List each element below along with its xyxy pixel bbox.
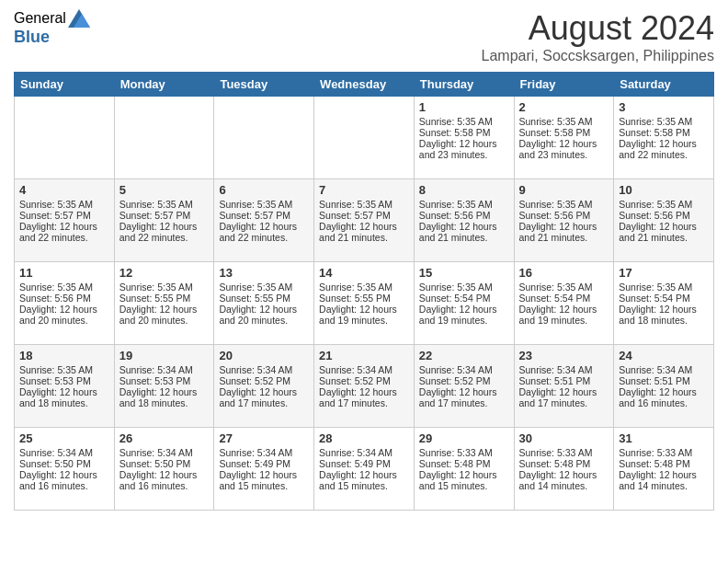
- cell-1-4: 8Sunrise: 5:35 AMSunset: 5:56 PMDaylight…: [414, 179, 514, 262]
- day-info: Daylight: 12 hours: [119, 304, 210, 315]
- day-info: Sunrise: 5:35 AM: [519, 199, 609, 210]
- day-info: Daylight: 12 hours: [319, 386, 409, 397]
- day-info: Sunset: 5:52 PM: [419, 375, 509, 386]
- day-info: and 23 minutes.: [419, 149, 509, 160]
- week-row-3: 18Sunrise: 5:35 AMSunset: 5:53 PMDayligh…: [15, 345, 714, 428]
- cell-3-4: 22Sunrise: 5:34 AMSunset: 5:52 PMDayligh…: [414, 345, 514, 428]
- day-info: Sunset: 5:57 PM: [19, 210, 109, 221]
- day-info: and 20 minutes.: [119, 315, 210, 326]
- cell-2-5: 16Sunrise: 5:35 AMSunset: 5:54 PMDayligh…: [514, 262, 614, 345]
- day-info: Sunrise: 5:33 AM: [419, 447, 509, 458]
- day-info: and 16 minutes.: [19, 480, 109, 491]
- day-info: Sunset: 5:55 PM: [319, 293, 409, 304]
- cell-1-2: 6Sunrise: 5:35 AMSunset: 5:57 PMDaylight…: [214, 179, 314, 262]
- day-info: and 17 minutes.: [219, 397, 309, 408]
- day-info: Sunset: 5:54 PM: [519, 293, 609, 304]
- logo-general: General: [14, 10, 66, 27]
- day-info: Sunrise: 5:33 AM: [519, 447, 609, 458]
- day-info: and 21 minutes.: [619, 232, 709, 243]
- cell-2-4: 15Sunrise: 5:35 AMSunset: 5:54 PMDayligh…: [414, 262, 514, 345]
- cell-2-2: 13Sunrise: 5:35 AMSunset: 5:55 PMDayligh…: [214, 262, 314, 345]
- day-info: Sunrise: 5:34 AM: [119, 364, 210, 375]
- day-info: and 19 minutes.: [519, 315, 609, 326]
- day-info: Sunset: 5:50 PM: [119, 458, 210, 469]
- day-info: Sunrise: 5:34 AM: [319, 447, 409, 458]
- cell-0-2: [214, 97, 314, 179]
- day-number: 12: [119, 266, 210, 280]
- day-info: Sunset: 5:56 PM: [519, 210, 609, 221]
- day-info: Sunset: 5:58 PM: [419, 127, 509, 138]
- day-info: Sunset: 5:50 PM: [19, 458, 109, 469]
- cell-3-5: 23Sunrise: 5:34 AMSunset: 5:51 PMDayligh…: [514, 345, 614, 428]
- day-info: Sunset: 5:48 PM: [419, 458, 509, 469]
- day-info: and 18 minutes.: [19, 397, 109, 408]
- cell-0-0: [15, 97, 115, 179]
- day-info: Daylight: 12 hours: [19, 221, 109, 232]
- day-info: and 17 minutes.: [319, 397, 409, 408]
- day-header-sunday: Sunday: [15, 73, 115, 97]
- location: Lampari, Soccsksargen, Philippines: [482, 48, 714, 64]
- cell-0-6: 3Sunrise: 5:35 AMSunset: 5:58 PMDaylight…: [614, 97, 714, 179]
- day-info: Daylight: 12 hours: [19, 469, 109, 480]
- day-number: 21: [319, 349, 409, 362]
- week-row-4: 25Sunrise: 5:34 AMSunset: 5:50 PMDayligh…: [15, 428, 714, 511]
- calendar-table: SundayMondayTuesdayWednesdayThursdayFrid…: [14, 72, 714, 511]
- day-info: Daylight: 12 hours: [219, 304, 309, 315]
- day-info: Daylight: 12 hours: [419, 386, 509, 397]
- day-info: Daylight: 12 hours: [619, 138, 709, 149]
- day-info: Sunrise: 5:34 AM: [19, 447, 109, 458]
- day-info: Daylight: 12 hours: [519, 469, 609, 480]
- day-info: Daylight: 12 hours: [119, 221, 210, 232]
- day-number: 25: [19, 431, 109, 445]
- day-number: 4: [19, 183, 109, 197]
- day-number: 27: [219, 431, 309, 445]
- day-info: Daylight: 12 hours: [519, 386, 609, 397]
- cell-4-5: 30Sunrise: 5:33 AMSunset: 5:48 PMDayligh…: [514, 428, 614, 511]
- cell-0-5: 2Sunrise: 5:35 AMSunset: 5:58 PMDaylight…: [514, 97, 614, 179]
- cell-4-3: 28Sunrise: 5:34 AMSunset: 5:49 PMDayligh…: [314, 428, 415, 511]
- day-number: 15: [419, 266, 509, 280]
- day-header-tuesday: Tuesday: [214, 73, 314, 97]
- day-info: and 14 minutes.: [519, 480, 609, 491]
- cell-0-4: 1Sunrise: 5:35 AMSunset: 5:58 PMDaylight…: [414, 97, 514, 179]
- cell-4-6: 31Sunrise: 5:33 AMSunset: 5:48 PMDayligh…: [614, 428, 714, 511]
- day-info: Sunset: 5:56 PM: [19, 293, 109, 304]
- day-info: Sunrise: 5:34 AM: [519, 364, 609, 375]
- cell-4-2: 27Sunrise: 5:34 AMSunset: 5:49 PMDayligh…: [214, 428, 314, 511]
- day-number: 24: [619, 349, 709, 362]
- day-info: Daylight: 12 hours: [619, 386, 709, 397]
- day-header-monday: Monday: [114, 73, 214, 97]
- day-info: Sunrise: 5:35 AM: [619, 116, 709, 127]
- day-number: 5: [119, 183, 210, 197]
- day-number: 8: [419, 183, 509, 197]
- day-info: Sunrise: 5:35 AM: [19, 282, 109, 293]
- day-info: and 14 minutes.: [619, 480, 709, 491]
- day-info: Sunrise: 5:35 AM: [519, 116, 609, 127]
- cell-3-2: 20Sunrise: 5:34 AMSunset: 5:52 PMDayligh…: [214, 345, 314, 428]
- day-info: Daylight: 12 hours: [219, 469, 309, 480]
- day-info: and 21 minutes.: [319, 232, 409, 243]
- day-info: and 17 minutes.: [519, 397, 609, 408]
- day-info: Sunset: 5:48 PM: [519, 458, 609, 469]
- day-info: Sunrise: 5:35 AM: [419, 116, 509, 127]
- cell-1-3: 7Sunrise: 5:35 AMSunset: 5:57 PMDaylight…: [314, 179, 415, 262]
- day-info: Sunset: 5:52 PM: [319, 375, 409, 386]
- day-info: and 22 minutes.: [619, 149, 709, 160]
- cell-4-0: 25Sunrise: 5:34 AMSunset: 5:50 PMDayligh…: [15, 428, 115, 511]
- day-info: Sunset: 5:58 PM: [519, 127, 609, 138]
- day-info: and 15 minutes.: [319, 480, 409, 491]
- day-info: Daylight: 12 hours: [519, 304, 609, 315]
- title-area: August 2024 Lampari, Soccsksargen, Phili…: [482, 9, 714, 64]
- day-info: Sunrise: 5:35 AM: [419, 282, 509, 293]
- day-number: 2: [519, 100, 609, 114]
- day-number: 23: [519, 349, 609, 362]
- day-info: Sunset: 5:49 PM: [219, 458, 309, 469]
- day-info: Sunrise: 5:35 AM: [119, 282, 210, 293]
- day-info: Sunrise: 5:34 AM: [419, 364, 509, 375]
- day-info: Sunrise: 5:35 AM: [19, 199, 109, 210]
- cell-4-1: 26Sunrise: 5:34 AMSunset: 5:50 PMDayligh…: [114, 428, 214, 511]
- day-info: Daylight: 12 hours: [19, 386, 109, 397]
- day-info: and 17 minutes.: [419, 397, 509, 408]
- day-info: and 16 minutes.: [619, 397, 709, 408]
- day-info: Sunset: 5:57 PM: [219, 210, 309, 221]
